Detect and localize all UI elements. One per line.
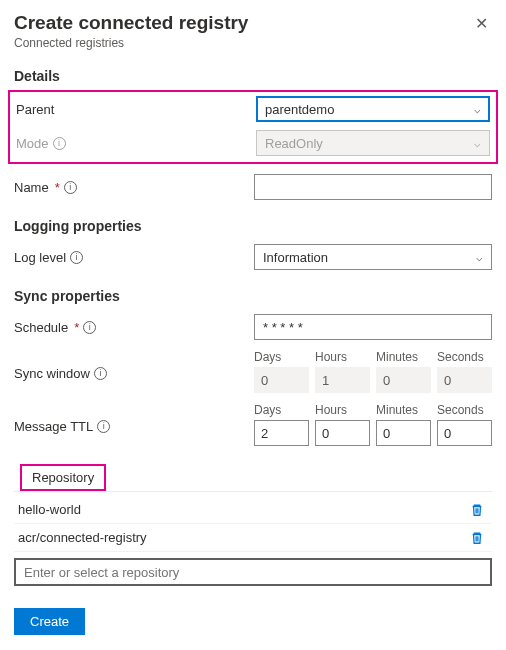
syncwindow-seconds-input — [437, 367, 492, 393]
info-icon[interactable]: i — [94, 367, 107, 380]
repository-row: hello-world — [14, 496, 492, 524]
info-icon[interactable]: i — [64, 181, 77, 194]
unit-days-label: Days — [254, 403, 309, 417]
details-highlight: Parent parentdemo ⌵ Mode i ReadOnly ⌵ — [8, 90, 498, 164]
parent-select-value: parentdemo — [265, 102, 334, 117]
page-subtitle: Connected registries — [14, 36, 248, 50]
chevron-down-icon: ⌵ — [476, 251, 483, 264]
syncwindow-hours-input — [315, 367, 370, 393]
unit-days-label: Days — [254, 350, 309, 364]
required-indicator: * — [55, 180, 60, 195]
syncwindow-days-input — [254, 367, 309, 393]
info-icon[interactable]: i — [53, 137, 66, 150]
sync-window-grid: Days Hours Minutes Seconds — [254, 350, 492, 393]
create-button[interactable]: Create — [14, 608, 85, 635]
parent-select[interactable]: parentdemo ⌵ — [256, 96, 490, 122]
required-indicator: * — [74, 320, 79, 335]
repository-name: hello-world — [18, 502, 81, 517]
repository-name: acr/connected-registry — [18, 530, 147, 545]
trash-icon[interactable] — [470, 531, 484, 545]
loglevel-select-value: Information — [263, 250, 328, 265]
loglevel-label: Log level — [14, 250, 66, 265]
info-icon[interactable]: i — [97, 420, 110, 433]
close-icon[interactable]: ✕ — [471, 12, 492, 35]
unit-seconds-label: Seconds — [437, 403, 492, 417]
info-icon[interactable]: i — [83, 321, 96, 334]
chevron-down-icon: ⌵ — [474, 103, 481, 116]
syncwindow-label: Sync window — [14, 366, 90, 381]
section-sync-heading: Sync properties — [14, 288, 492, 304]
page-title: Create connected registry — [14, 12, 248, 34]
unit-hours-label: Hours — [315, 403, 370, 417]
unit-hours-label: Hours — [315, 350, 370, 364]
info-icon[interactable]: i — [70, 251, 83, 264]
unit-minutes-label: Minutes — [376, 350, 431, 364]
trash-icon[interactable] — [470, 503, 484, 517]
mode-select: ReadOnly ⌵ — [256, 130, 490, 156]
mode-select-value: ReadOnly — [265, 136, 323, 151]
section-logging-heading: Logging properties — [14, 218, 492, 234]
syncwindow-minutes-input — [376, 367, 431, 393]
messagettl-minutes-input[interactable] — [376, 420, 431, 446]
section-details-heading: Details — [14, 68, 492, 84]
schedule-label: Schedule — [14, 320, 68, 335]
name-label: Name — [14, 180, 49, 195]
parent-label: Parent — [16, 102, 54, 117]
chevron-down-icon: ⌵ — [474, 137, 481, 150]
messagettl-hours-input[interactable] — [315, 420, 370, 446]
unit-minutes-label: Minutes — [376, 403, 431, 417]
tab-repository[interactable]: Repository — [20, 464, 106, 491]
messagettl-seconds-input[interactable] — [437, 420, 492, 446]
messagettl-label: Message TTL — [14, 419, 93, 434]
repository-input[interactable] — [14, 558, 492, 586]
message-ttl-grid: Days Hours Minutes Seconds — [254, 403, 492, 446]
panel-header: Create connected registry Connected regi… — [14, 12, 492, 50]
mode-label: Mode — [16, 136, 49, 151]
unit-seconds-label: Seconds — [437, 350, 492, 364]
name-input[interactable] — [254, 174, 492, 200]
repository-row: acr/connected-registry — [14, 524, 492, 552]
schedule-input[interactable] — [254, 314, 492, 340]
messagettl-days-input[interactable] — [254, 420, 309, 446]
loglevel-select[interactable]: Information ⌵ — [254, 244, 492, 270]
